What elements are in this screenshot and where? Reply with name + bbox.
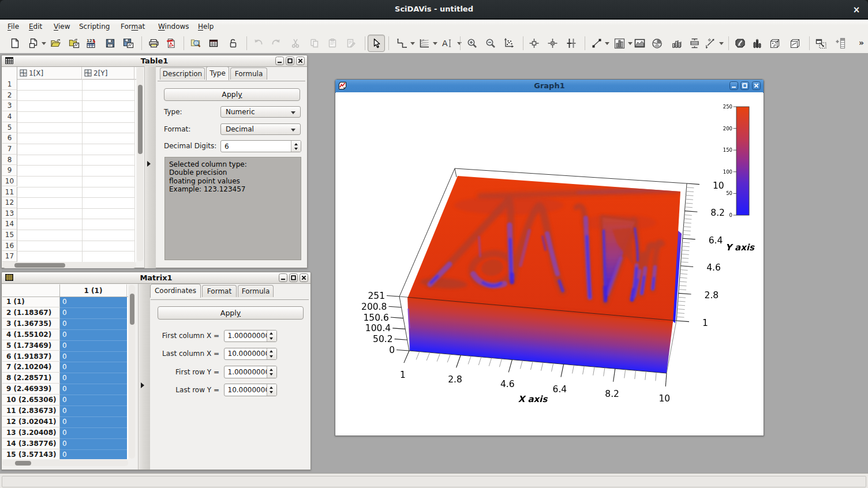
table1-column-header[interactable]: 121[X]: [17, 67, 82, 79]
table1-row-header[interactable]: 4: [2, 111, 17, 122]
toolbar-plot-box-icon[interactable]: [686, 35, 702, 51]
scrollbar-thumb[interactable]: [14, 263, 65, 268]
matrix1-cell[interactable]: 0: [60, 427, 127, 438]
type-combobox[interactable]: Numeric: [220, 106, 301, 118]
matrix1-row-header[interactable]: 13 (3.20408): [2, 427, 60, 438]
matrix1-cell[interactable]: 0: [60, 340, 127, 351]
matrix1-row-header[interactable]: 12 (3.02041): [2, 416, 60, 427]
toolbar-rescale-icon[interactable]: [501, 35, 517, 51]
menu-file[interactable]: File: [4, 21, 23, 32]
graph1-minimize-button[interactable]: [729, 81, 739, 91]
scrollbar-thumb[interactable]: [138, 85, 143, 154]
matrix1-cell[interactable]: 0: [60, 438, 127, 449]
toolbar-results-log-icon[interactable]: [205, 35, 222, 51]
matrix1-minimize-button[interactable]: [279, 273, 288, 283]
matrix1-row-header[interactable]: 9 (2.46939): [2, 384, 60, 395]
graph1-titlebar[interactable]: Graph1: [335, 80, 764, 93]
table1-row-header[interactable]: 15: [2, 230, 17, 241]
table1-row-header[interactable]: 2: [2, 90, 17, 101]
tab-format[interactable]: Format: [202, 285, 237, 297]
toolbar-overflow-chevron[interactable]: »: [859, 38, 864, 47]
matrix1-row-header[interactable]: 3 (1.36735): [2, 318, 60, 329]
toolbar-zoom-out-icon[interactable]: [482, 35, 499, 51]
menu-scripting[interactable]: Scripting: [76, 21, 113, 32]
matrix1-maximize-button[interactable]: [289, 273, 298, 283]
table1-row-header[interactable]: 13: [2, 208, 17, 219]
toolbar-export-pdf-icon[interactable]: [163, 35, 179, 51]
matrix1-hscrollbar[interactable]: [2, 460, 128, 466]
apply-button[interactable]: Apply: [164, 88, 300, 102]
matrix1-row-header[interactable]: 11 (2.83673): [2, 406, 60, 416]
tab-formula[interactable]: Formula: [230, 67, 267, 80]
tab-type[interactable]: Type: [206, 66, 229, 80]
table1-row-header[interactable]: 3: [2, 100, 17, 111]
menu-windows[interactable]: Windows: [155, 21, 193, 32]
dropdown-arrow-icon[interactable]: [410, 42, 415, 45]
toolbar-save-project-icon[interactable]: [102, 35, 118, 51]
toolbar-new-project-icon[interactable]: [7, 35, 23, 51]
matrix1-cell[interactable]: 0: [60, 406, 127, 416]
toolbar-screen-reader-icon[interactable]: [526, 35, 542, 51]
combo-arrow-icon[interactable]: [291, 129, 295, 132]
matrix1-row-header[interactable]: 8 (2.28571): [2, 373, 60, 384]
combo-arrow-icon[interactable]: [291, 111, 295, 114]
graph1-close-button[interactable]: [752, 81, 761, 91]
matrix1-vscrollbar[interactable]: [129, 285, 135, 459]
graph1-maximize-button[interactable]: [740, 81, 750, 91]
spin-down-icon[interactable]: [270, 391, 273, 393]
tab-description[interactable]: Description: [160, 67, 205, 80]
matrix1-column-header[interactable]: 1 (1): [60, 284, 127, 296]
table1-titlebar[interactable]: Table1: [2, 55, 307, 67]
toolbar-data-reader-icon[interactable]: [544, 35, 560, 51]
matrix1-cell[interactable]: 0: [60, 329, 127, 340]
table1-row-header[interactable]: 17: [2, 251, 17, 262]
menu-edit[interactable]: Edit: [25, 21, 46, 32]
matrix1-cell[interactable]: 0: [60, 416, 127, 427]
table1-row-header[interactable]: 5: [2, 122, 17, 133]
scrollbar-thumb[interactable]: [130, 294, 134, 325]
menu-view[interactable]: View: [50, 21, 73, 32]
toolbar-zoom-in-icon[interactable]: [464, 35, 480, 51]
toolbar-plot-pie-icon[interactable]: [649, 35, 665, 51]
tab-formula[interactable]: Formula: [238, 285, 274, 297]
toolbar-save-template-icon[interactable]: [120, 35, 136, 51]
toolbar-select-range-icon[interactable]: [563, 35, 579, 51]
table1-grid[interactable]: 121[X]122[Y]1234567891011121314151617: [2, 67, 136, 262]
table1-row-header[interactable]: 6: [2, 133, 17, 144]
toolbar-add-text-icon[interactable]: A: [440, 35, 465, 51]
table1-vscrollbar[interactable]: [137, 67, 143, 261]
matrix1-cell[interactable]: 0: [60, 362, 127, 373]
matrix1-row-header[interactable]: 1 (1): [2, 296, 60, 307]
toolbar-import-ascii-icon[interactable]: 123: [83, 35, 99, 51]
dropdown-arrow-icon[interactable]: [433, 42, 437, 45]
toolbar-pointer-icon[interactable]: [368, 35, 385, 52]
spin-buttons[interactable]: [267, 348, 276, 360]
matrix1-close-button[interactable]: [300, 273, 309, 283]
app-close-icon[interactable]: ×: [851, 4, 862, 16]
splitter-arrow-icon[interactable]: [147, 161, 151, 167]
toolbar-resize-window-icon[interactable]: [813, 35, 829, 51]
toolbar-lock-icon[interactable]: [225, 35, 241, 51]
table1-row-header[interactable]: 14: [2, 219, 17, 230]
toolbar-plot3d-scatter-icon[interactable]: [766, 35, 783, 51]
matrix1-row-header[interactable]: 4 (1.55102): [2, 329, 60, 340]
table1-close-button[interactable]: [296, 57, 305, 66]
lastcolumnx-spinbox[interactable]: 10.00000000: [224, 348, 277, 361]
matrix1-cell[interactable]: 0: [60, 351, 127, 362]
matrix1-grid[interactable]: 1 (1)1 (1)02 (1.18367)03 (1.36735)04 (1.…: [2, 284, 128, 459]
toolbar-plot-area-icon[interactable]: [631, 35, 648, 51]
toolbar-print-icon[interactable]: [145, 35, 162, 51]
spin-buttons[interactable]: [267, 384, 276, 396]
matrix1-row-header[interactable]: 7 (2.10204): [2, 362, 60, 373]
matrix1-cell[interactable]: 0: [60, 384, 127, 395]
table1-row-header[interactable]: 10: [2, 176, 17, 187]
toolbar-open-project-icon[interactable]: [47, 35, 63, 51]
table1-row-header[interactable]: 16: [2, 241, 17, 251]
matrix1-titlebar[interactable]: Matrix1: [2, 272, 310, 284]
spin-up-icon[interactable]: [270, 332, 273, 335]
menu-help[interactable]: Help: [194, 21, 217, 32]
lastrowy-spinbox[interactable]: 10.00000000: [224, 384, 277, 396]
toolbar-plot3d-bars-icon[interactable]: [749, 35, 765, 51]
table1-minimize-button[interactable]: [275, 57, 285, 66]
toolbar-add-column-icon[interactable]: [832, 35, 848, 51]
